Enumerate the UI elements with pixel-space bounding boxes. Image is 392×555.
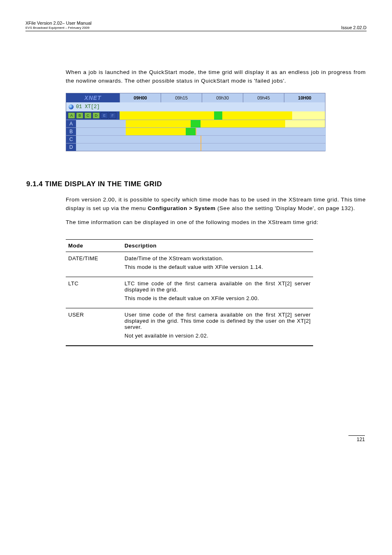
server-label: 01 XT[2] [66, 102, 120, 111]
intro-paragraph: When a job is launched in the QuickStart… [66, 68, 366, 86]
para-1: From version 2.00, it is possible to spe… [66, 196, 366, 213]
page-header: XFile Version 2.02– User Manual EVS Broa… [25, 21, 367, 31]
server-track-area [120, 102, 325, 111]
time-col-1: 09h15 [161, 93, 202, 102]
intro-text: When a job is launched in the QuickStart… [66, 68, 366, 86]
channel-header-bar [120, 111, 325, 120]
time-col-4: 10H00 [284, 93, 325, 102]
page-number: 121 [348, 435, 365, 442]
server-status-icon [69, 104, 74, 109]
mode-description-table: Mode Description DATE/TIME Date/Time of … [66, 239, 313, 346]
server-name: 01 XT[2] [76, 104, 100, 110]
track-label-d: D [66, 143, 76, 151]
mode-ltc: LTC [66, 277, 122, 308]
xnet-logo-cell: XNET [66, 93, 120, 102]
table-header-row: Mode Description [66, 240, 313, 252]
desc-ltc: LTC time code of the first camera availa… [122, 277, 313, 308]
table-row: DATE/TIME Date/Time of the XStream works… [66, 252, 313, 277]
track-label-c: C [66, 136, 76, 143]
time-col-0: 09H00 [120, 93, 161, 102]
channel-btn-c[interactable]: C [84, 112, 92, 119]
channel-btn-f[interactable]: F [109, 112, 116, 119]
table-row: LTC LTC time code of the first camera av… [66, 277, 313, 308]
track-row-d[interactable]: D [66, 143, 325, 151]
track-row-b[interactable]: B [66, 127, 325, 135]
header-left: XFile Version 2.02– User Manual EVS Broa… [25, 21, 92, 30]
channel-btn-e[interactable]: E [101, 112, 108, 119]
table-row: USER User time code of the first camera … [66, 308, 313, 346]
th-mode: Mode [66, 240, 122, 252]
channel-buttons-row: A B C D E F [66, 111, 325, 120]
server-row[interactable]: 01 XT[2] [66, 102, 325, 111]
mode-datetime: DATE/TIME [66, 252, 122, 277]
time-grid-header: XNET 09H00 09h15 09h30 09h45 10H00 [66, 93, 325, 102]
channel-btn-b[interactable]: B [76, 112, 83, 119]
header-issue: Issue 2.02.D [341, 25, 367, 30]
channel-btn-a[interactable]: A [68, 112, 75, 119]
track-row-a[interactable]: A [66, 120, 325, 127]
time-col-3: 09h45 [243, 93, 284, 102]
time-col-2: 09h30 [202, 93, 243, 102]
para-2: The time information can be displayed in… [66, 218, 366, 227]
header-title: XFile Version 2.02– User Manual [25, 21, 92, 26]
section-title: 9.1.4 TIME DISPLAY IN THE TIME GRID [26, 180, 367, 188]
th-desc: Description [122, 240, 313, 252]
track-label-a: A [66, 120, 76, 127]
xstream-time-grid: XNET 09H00 09h15 09h30 09h45 10H00 01 XT… [66, 93, 325, 151]
desc-datetime: Date/Time of the XStream workstation. Th… [122, 252, 313, 277]
channel-btn-d[interactable]: D [92, 112, 100, 119]
page-footer: 121 [25, 437, 367, 442]
desc-user: User time code of the first camera avail… [122, 308, 313, 346]
section-body: From version 2.00, it is possible to spe… [66, 196, 366, 227]
track-label-b: B [66, 128, 76, 135]
track-row-c[interactable]: C [66, 135, 325, 143]
header-subtitle: EVS Broadcast Equipment – February 2009 [25, 26, 92, 30]
mode-user: USER [66, 308, 122, 346]
channel-buttons: A B C D E F [66, 111, 120, 120]
